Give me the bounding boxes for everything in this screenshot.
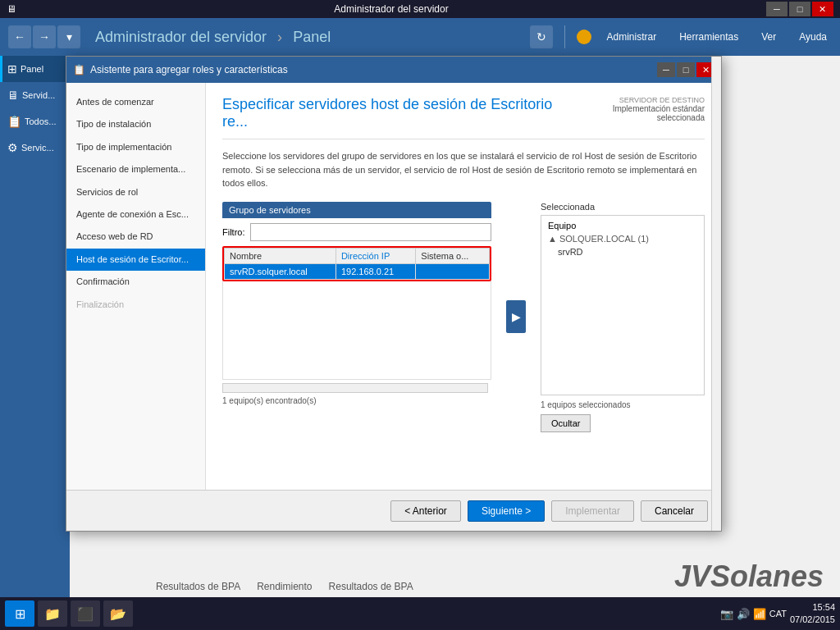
menu-herramientas[interactable]: Herramientas [674, 28, 743, 46]
nav-tipo-impl[interactable]: Tipo de implementación [66, 136, 205, 158]
minimize-button[interactable]: ─ [766, 2, 788, 16]
selected-box: Equipo ▲ SOLQUER.LOCAL (1) srvRD [541, 215, 705, 395]
col-ip: Dirección IP [336, 248, 415, 263]
clock-date: 07/02/2015 [790, 614, 835, 626]
tray-icon-1: 📷 [720, 608, 733, 620]
prev-button[interactable]: < Anterior [390, 500, 461, 522]
next-button[interactable]: Siguiente > [468, 500, 545, 522]
add-server-button[interactable]: ▶ [506, 300, 526, 333]
table-scroll: Nombre Dirección IP Sistema o... srvRD.s… [224, 248, 490, 280]
title-bar-text: Administrador del servidor [334, 3, 448, 15]
services-icon: ⚙ [7, 141, 18, 154]
pool-left: Grupo de servidores Filtro: Nombre Dir [222, 202, 491, 432]
explorer-button[interactable]: 📂 [103, 600, 133, 627]
bpa-left: Resultados de BPA [156, 581, 240, 592]
pool-right: Seleccionada Equipo ▲ SOLQUER.LOCAL (1) … [541, 202, 705, 432]
dialog-title: Asistente para agregar roles y caracterí… [90, 64, 288, 75]
cell-os [416, 263, 490, 279]
filter-row: Filtro: [222, 223, 491, 241]
sidebar-item-servers[interactable]: 🖥 Servid... [0, 82, 70, 108]
server-icon: 🖥 [7, 89, 19, 102]
filter-label: Filtro: [222, 227, 245, 237]
nav-servicios[interactable]: Servicios de rol [66, 181, 205, 203]
server-pool-section: Grupo de servidores Filtro: Nombre Dir [222, 202, 705, 432]
server-info: SERVIDOR DE DESTINO Implementación están… [568, 96, 705, 122]
nav-confirmacion[interactable]: Confirmación [66, 271, 205, 293]
pool-footer: 1 equipo(s) encontrado(s) [222, 396, 491, 405]
selected-label: Seleccionada [541, 202, 705, 212]
tree-root: ▲ SOLQUER.LOCAL (1) [545, 232, 701, 245]
app-icon: 🖥 [7, 3, 16, 15]
menu-administrar[interactable]: Administrar [601, 28, 661, 46]
sidebar: ⊞ Panel 🖥 Servid... 📋 Todos... ⚙ Servic.… [0, 56, 70, 597]
title-bar-controls: ─ □ ✕ [766, 2, 833, 16]
menu-bar: ← → ▾ Administrador del servidor › Panel… [0, 18, 840, 56]
tray-icon-2: 🔊 [737, 608, 750, 620]
wizard-header: Especificar servidores host de sesión de… [222, 96, 705, 139]
all-icon: 📋 [7, 115, 21, 128]
selected-footer: 1 equipos seleccionados [541, 400, 705, 409]
dialog-footer: < Anterior Siguiente > Implementar Cance… [66, 490, 721, 531]
nav-acceso[interactable]: Acceso web de RD [66, 226, 205, 248]
nav-finalizacion: Finalización [66, 294, 205, 316]
dialog-titlebar: 📋 Asistente para agregar roles y caracte… [66, 57, 721, 83]
bpa-center: Rendimiento [257, 581, 312, 592]
server-table: Nombre Dirección IP Sistema o... srvRD.s… [224, 248, 490, 280]
wizard-description: Seleccione los servidores del grupo de s… [222, 149, 705, 190]
cat-label: CAT [769, 609, 787, 619]
menu-ayuda[interactable]: Ayuda [794, 28, 832, 46]
cell-name: srvRD.solquer.local [225, 263, 336, 279]
menu-ver[interactable]: Ver [756, 28, 781, 46]
dialog-content: Antes de comenzar Tipo de instalación Ti… [66, 83, 721, 490]
file-explorer-button[interactable]: 📁 [38, 600, 67, 627]
cmd-button[interactable]: ⬛ [71, 600, 100, 627]
deploy-button: Implementar [551, 500, 634, 522]
watermark: JVSolanes [674, 559, 824, 594]
wizard-body: Especificar servidores host de sesión de… [206, 83, 721, 490]
forward-button[interactable]: → [33, 25, 56, 48]
nav-host[interactable]: Host de sesión de Escritor... [66, 249, 205, 271]
dialog-icon: 📋 [73, 64, 85, 75]
nav-arrows: ← → ▾ [8, 25, 80, 48]
tray-icon-3: 📶 [753, 608, 766, 620]
ocultar-button[interactable]: Ocultar [541, 414, 591, 432]
col-os: Sistema o... [416, 248, 490, 263]
wizard-nav: Antes de comenzar Tipo de instalación Ti… [66, 83, 206, 490]
cell-ip: 192.168.0.21 [336, 263, 415, 279]
col-name: Nombre [225, 248, 336, 263]
filter-input[interactable] [250, 223, 492, 241]
nav-antes[interactable]: Antes de comenzar [66, 91, 205, 113]
panel-icon: ⊞ [7, 62, 17, 75]
tree-child: srvRD [545, 245, 701, 258]
app-title: Administrador del servidor › Panel [95, 29, 523, 46]
sidebar-item-all[interactable]: 📋 Todos... [0, 108, 70, 135]
system-tray: 📷 🔊 📶 CAT [720, 608, 787, 620]
start-button[interactable]: ⊞ [5, 600, 34, 627]
table-row[interactable]: srvRD.solquer.local 192.168.0.21 [225, 263, 490, 279]
dialog-titlebar-controls: ─ □ ✕ [657, 62, 714, 77]
nav-escenario[interactable]: Escenario de implementa... [66, 158, 205, 180]
back-button[interactable]: ← [8, 25, 31, 48]
nav-tipo-inst[interactable]: Tipo de instalación [66, 113, 205, 135]
tree-col-label: Equipo [545, 219, 701, 232]
close-button[interactable]: ✕ [812, 2, 833, 16]
refresh-button[interactable]: ↻ [530, 25, 553, 48]
clock: 15:54 07/02/2015 [790, 601, 835, 627]
pool-header: Grupo de servidores [222, 202, 491, 218]
sidebar-item-panel[interactable]: ⊞ Panel [0, 56, 70, 82]
cancel-button[interactable]: Cancelar [641, 500, 708, 522]
arrow-col: ▶ [504, 202, 527, 432]
menu-items: Administrar Herramientas Ver Ayuda [601, 28, 832, 46]
bpa-right: Resultados de BPA [329, 581, 413, 592]
nav-agente[interactable]: Agente de conexión a Esc... [66, 203, 205, 226]
taskbar: ⊞ 📁 ⬛ 📂 📷 🔊 📶 CAT 15:54 07/02/2015 [0, 597, 840, 630]
dialog-titlebar-left: 📋 Asistente para agregar roles y caracte… [73, 64, 288, 75]
wizard-title: Especificar servidores host de sesión de… [222, 96, 568, 130]
sidebar-item-services[interactable]: ⚙ Servic... [0, 135, 70, 161]
server-table-wrapper: Nombre Dirección IP Sistema o... srvRD.s… [222, 246, 491, 281]
dropdown-button[interactable]: ▾ [57, 25, 80, 48]
dialog-maximize-button[interactable]: □ [677, 62, 695, 77]
title-bar: 🖥 Administrador del servidor ─ □ ✕ [0, 0, 840, 18]
maximize-button[interactable]: □ [789, 2, 810, 16]
dialog-minimize-button[interactable]: ─ [657, 62, 675, 77]
